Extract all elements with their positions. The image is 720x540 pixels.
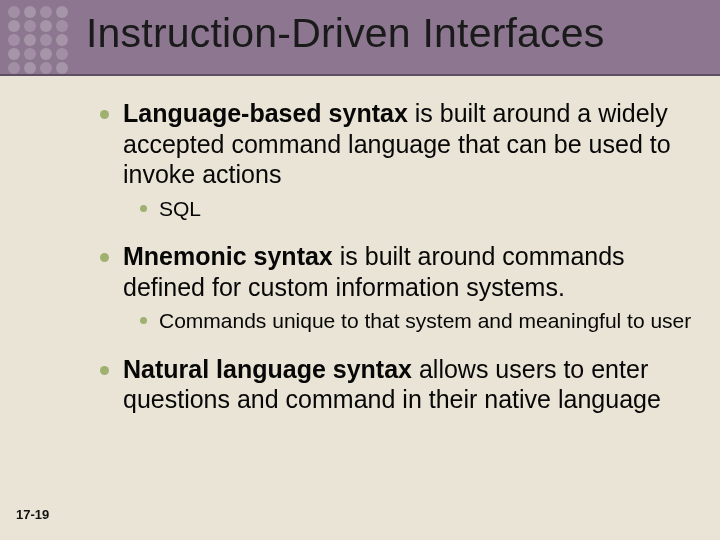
bullet-bold: Mnemonic syntax xyxy=(123,242,333,270)
bullet-item: Mnemonic syntax is built around commands… xyxy=(100,241,696,302)
bullet-bold: Natural language syntax xyxy=(123,355,412,383)
bullet-text: Language-based syntax is built around a … xyxy=(123,98,696,190)
bullet-icon xyxy=(100,253,109,262)
title-bar: Instruction-Driven Interfaces xyxy=(0,0,720,76)
slide-number: 17-19 xyxy=(16,507,49,522)
decorative-dot-grid xyxy=(8,6,78,72)
bullet-bold: Language-based syntax xyxy=(123,99,408,127)
sub-bullet-text: SQL xyxy=(159,196,201,222)
content-area: Language-based syntax is built around a … xyxy=(100,98,696,417)
bullet-icon xyxy=(100,110,109,119)
slide: Instruction-Driven Interfaces Language-b… xyxy=(0,0,720,540)
sub-bullet-text: Commands unique to that system and meani… xyxy=(159,308,691,334)
bullet-text: Mnemonic syntax is built around commands… xyxy=(123,241,696,302)
bullet-item: Language-based syntax is built around a … xyxy=(100,98,696,190)
bullet-item: Natural language syntax allows users to … xyxy=(100,354,696,415)
sub-bullet-item: SQL xyxy=(140,196,696,222)
bullet-text: Natural language syntax allows users to … xyxy=(123,354,696,415)
bullet-icon xyxy=(140,205,147,212)
bullet-icon xyxy=(100,366,109,375)
bullet-icon xyxy=(140,317,147,324)
sub-bullet-item: Commands unique to that system and meani… xyxy=(140,308,696,334)
slide-title: Instruction-Driven Interfaces xyxy=(86,10,605,57)
